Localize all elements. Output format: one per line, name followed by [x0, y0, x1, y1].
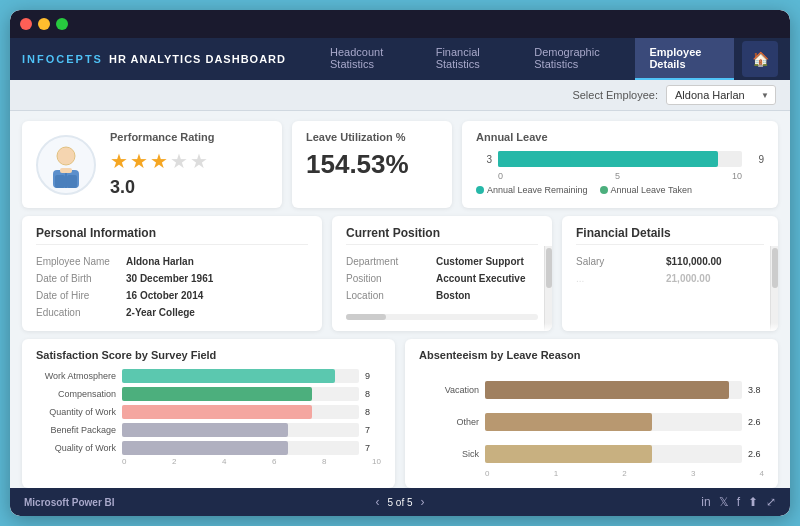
bar-value: 7 [365, 443, 381, 453]
minimize-button[interactable] [38, 18, 50, 30]
position-table: Department Customer Support Position Acc… [346, 253, 538, 304]
annual-leave-legend: Annual Leave Remaining Annual Leave Take… [476, 185, 764, 195]
axis-label: 1 [554, 469, 558, 478]
legend-remaining-label: Annual Leave Remaining [487, 185, 588, 195]
svg-rect-3 [67, 175, 77, 188]
tab-headcount[interactable]: Headcount Statistics [316, 38, 422, 80]
selected-employee-value: Aldona Harlan [675, 89, 745, 101]
field-value: 2-Year College [126, 304, 308, 321]
table-row: Education 2-Year College [36, 304, 308, 321]
bottom-brand: Microsoft Power BI [24, 497, 275, 508]
horizontal-scrollbar[interactable] [346, 314, 538, 320]
axis-label: 4 [222, 457, 226, 466]
bar-value: 9 [365, 371, 381, 381]
annual-leave-axis: 0 5 10 [498, 171, 742, 181]
tab-employee[interactable]: Employee Details [635, 38, 734, 80]
next-page-button[interactable]: › [421, 495, 425, 509]
satisfaction-chart-card: Satisfaction Score by Survey Field Work … [22, 339, 395, 488]
fullscreen-icon[interactable]: ⤢ [766, 495, 776, 509]
twitter-icon[interactable]: 𝕏 [719, 495, 729, 509]
axis-label: 6 [272, 457, 276, 466]
field-value: Aldona Harlan [126, 253, 308, 270]
bar-label: Quality of Work [36, 443, 116, 453]
axis-5: 5 [615, 171, 620, 181]
performance-info: Performance Rating ★ ★ ★ ★ ★ 3.0 [110, 131, 268, 198]
annual-leave-taken-bar [498, 151, 571, 167]
select-employee-bar: Select Employee: Aldona Harlan [10, 80, 790, 111]
legend-remaining: Annual Leave Remaining [476, 185, 588, 195]
traffic-lights [20, 18, 68, 30]
maximize-button[interactable] [56, 18, 68, 30]
tab-demographic[interactable]: Demographic Statistics [520, 38, 635, 80]
axis-label: 8 [322, 457, 326, 466]
leave-utilization-card: Leave Utilization % 154.53% [292, 121, 452, 208]
bar-fill [122, 441, 288, 455]
vertical-scrollbar[interactable] [544, 246, 552, 331]
bar-value: 2.6 [748, 417, 764, 427]
bar-track [485, 381, 742, 399]
vertical-scrollbar[interactable] [770, 246, 778, 331]
annual-leave-track [498, 151, 742, 167]
brand-logo: INFOCEPTS [22, 53, 103, 65]
bar-track [485, 413, 742, 431]
prev-page-button[interactable]: ‹ [375, 495, 379, 509]
bar-row-sick: Sick 2.6 [419, 445, 764, 463]
leave-utilization-label: Leave Utilization % [306, 131, 438, 143]
performance-label: Performance Rating [110, 131, 268, 143]
star-5: ★ [190, 149, 208, 173]
tab-financial[interactable]: Financial Statistics [422, 38, 521, 80]
axis-label: 0 [122, 457, 126, 466]
financial-table: Salary $110,000.00 ... 21,000.00 [576, 253, 764, 287]
social-icons: in 𝕏 f ⬆ ⤢ [525, 495, 776, 509]
bar-track [122, 423, 359, 437]
avatar [36, 135, 96, 195]
bar-value: 2.6 [748, 449, 764, 459]
annual-leave-label: Annual Leave [476, 131, 764, 143]
bar-value: 8 [365, 389, 381, 399]
personal-info-table: Employee Name Aldona Harlan Date of Birt… [36, 253, 308, 321]
bar-track [122, 441, 359, 455]
legend-taken-label: Annual Leave Taken [611, 185, 692, 195]
brand: INFOCEPTS HR ANALYTICS DASHBOARD [22, 53, 286, 65]
navbar: INFOCEPTS HR ANALYTICS DASHBOARD Headcou… [10, 38, 790, 80]
table-row: Date of Birth 30 December 1961 [36, 270, 308, 287]
select-employee-dropdown[interactable]: Aldona Harlan [666, 85, 776, 105]
bot-row: Satisfaction Score by Survey Field Work … [22, 339, 778, 488]
absenteeism-chart-title: Absenteeism by Leave Reason [419, 349, 764, 361]
bar-track [122, 387, 359, 401]
linkedin-icon[interactable]: in [701, 495, 710, 509]
axis-label: 0 [485, 469, 489, 478]
star-1: ★ [110, 149, 128, 173]
legend-remaining-dot [476, 186, 484, 194]
close-button[interactable] [20, 18, 32, 30]
bar-fill [485, 381, 729, 399]
field-value: Boston [436, 287, 538, 304]
axis-label: 2 [172, 457, 176, 466]
bar-fill [485, 413, 652, 431]
bar-value: 7 [365, 425, 381, 435]
share-icon[interactable]: ⬆ [748, 495, 758, 509]
bar-row-compensation: Compensation 8 [36, 387, 381, 401]
field-label: Date of Birth [36, 270, 126, 287]
titlebar [10, 10, 790, 38]
bottom-bar: Microsoft Power BI ‹ 5 of 5 › in 𝕏 f ⬆ ⤢ [10, 488, 790, 516]
select-employee-label: Select Employee: [572, 89, 658, 101]
axis-label: 10 [372, 457, 381, 466]
brand-title: HR ANALYTICS DASHBOARD [109, 53, 286, 65]
facebook-icon[interactable]: f [737, 495, 740, 509]
main-content: Performance Rating ★ ★ ★ ★ ★ 3.0 Leave U… [10, 111, 790, 488]
absenteeism-chart-card: Absenteeism by Leave Reason Vacation 3.8… [405, 339, 778, 488]
home-button[interactable]: 🏠 [742, 41, 778, 77]
mid-row: Personal Information Employee Name Aldon… [22, 216, 778, 331]
field-label: Education [36, 304, 126, 321]
field-value: 21,000.00 [666, 270, 764, 287]
bar-row-work-atmosphere: Work Atmosphere 9 [36, 369, 381, 383]
table-row: Location Boston [346, 287, 538, 304]
table-row: Department Customer Support [346, 253, 538, 270]
personal-info-title: Personal Information [36, 226, 308, 245]
star-4: ★ [170, 149, 188, 173]
satisfaction-chart-title: Satisfaction Score by Survey Field [36, 349, 381, 361]
bar-label: Vacation [419, 385, 479, 395]
bar-row-quantity: Quantity of Work 8 [36, 405, 381, 419]
axis-0: 0 [498, 171, 503, 181]
